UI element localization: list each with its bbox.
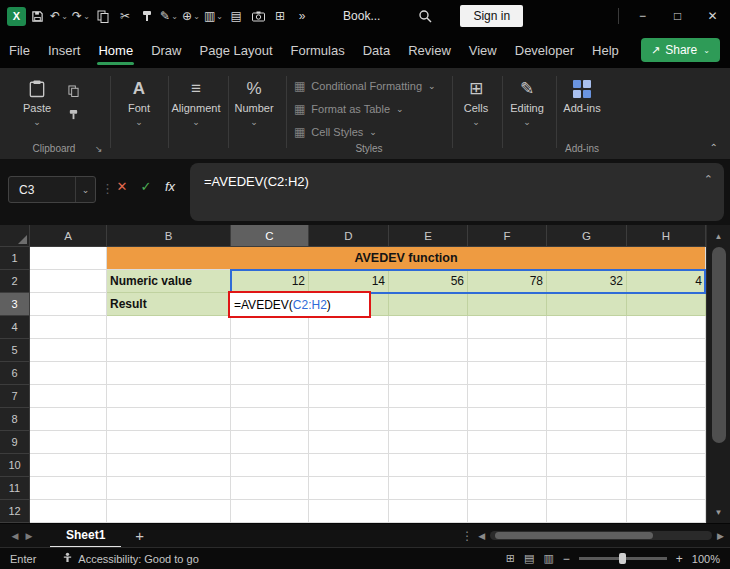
collapse-formula-bar-icon[interactable]: ⌃	[704, 173, 713, 186]
editing-group-button[interactable]: ✎ Editing ⌄	[503, 79, 551, 127]
zoom-in-icon[interactable]: +	[676, 552, 683, 566]
column-header-e[interactable]: E	[389, 225, 468, 247]
column-header-a[interactable]: A	[30, 225, 107, 247]
search-icon[interactable]	[414, 0, 436, 32]
copy-button[interactable]	[64, 82, 82, 100]
active-cell-editor[interactable]: =AVEDEV( C2:H2 )	[228, 291, 371, 318]
cell-c2[interactable]: 12	[231, 270, 309, 293]
maximize-button[interactable]: □	[660, 0, 695, 32]
select-all-button[interactable]	[0, 225, 30, 247]
tab-developer[interactable]: Developer	[506, 32, 583, 68]
cell-a3[interactable]	[30, 293, 107, 316]
next-sheet-icon[interactable]: ▶	[22, 531, 36, 541]
zoom-level[interactable]: 100%	[692, 553, 720, 565]
number-group-button[interactable]: % Number ⌄	[227, 79, 281, 127]
tab-data[interactable]: Data	[354, 32, 399, 68]
hscroll-right-icon[interactable]: ▶	[717, 531, 724, 541]
vertical-scrollbar-thumb[interactable]	[712, 247, 726, 443]
cell-e2[interactable]: 56	[389, 270, 468, 293]
row-header-12[interactable]: 12	[0, 500, 30, 523]
row-header-2[interactable]: 2	[0, 270, 30, 293]
cells-group-button[interactable]: ⊞ Cells ⌄	[454, 79, 498, 127]
row-header-8[interactable]: 8	[0, 408, 30, 431]
cell-f3[interactable]	[468, 293, 547, 316]
camera-icon[interactable]	[247, 0, 269, 32]
cell-a2[interactable]	[30, 270, 107, 293]
cell-b2[interactable]: Numeric value	[107, 270, 231, 293]
zoom-out-icon[interactable]: −	[563, 552, 570, 566]
normal-view-icon[interactable]: ⊞	[506, 552, 515, 565]
column-header-d[interactable]: D	[309, 225, 389, 247]
format-painter-icon[interactable]	[136, 0, 158, 32]
row-header-3[interactable]: 3	[0, 293, 30, 316]
previous-sheet-icon[interactable]: ◀	[8, 531, 22, 541]
table-icon[interactable]: ⊞	[269, 0, 291, 32]
horizontal-scrollbar-thumb[interactable]	[495, 532, 653, 539]
add-sheet-button[interactable]: +	[135, 527, 144, 544]
close-button[interactable]: ✕	[695, 0, 730, 32]
column-header-c[interactable]: C	[231, 225, 309, 247]
row-header-10[interactable]: 10	[0, 454, 30, 477]
column-header-h[interactable]: H	[627, 225, 706, 247]
cell-d2[interactable]: 14	[309, 270, 389, 293]
row-header-4[interactable]: 4	[0, 316, 30, 339]
cell-b3[interactable]: Result	[107, 293, 231, 316]
tab-page-layout[interactable]: Page Layout	[191, 32, 282, 68]
cut-icon[interactable]: ✂	[114, 0, 136, 32]
cancel-button[interactable]: ✕	[112, 179, 132, 194]
tab-help[interactable]: Help	[583, 32, 628, 68]
row-header-11[interactable]: 11	[0, 477, 30, 500]
copy-icon[interactable]	[92, 0, 114, 32]
cell-h3[interactable]	[627, 293, 706, 316]
hscroll-left-icon[interactable]: ◀	[478, 531, 485, 541]
scroll-up-icon[interactable]: ▲	[707, 227, 730, 245]
row-header-9[interactable]: 9	[0, 431, 30, 454]
page-break-view-icon[interactable]: ▥	[543, 552, 553, 565]
tab-formulas[interactable]: Formulas	[282, 32, 354, 68]
tab-insert[interactable]: Insert	[39, 32, 90, 68]
empty-cells-area[interactable]	[30, 316, 706, 523]
cell-b1-h1-merged-title[interactable]: AVEDEV function	[107, 247, 706, 270]
tab-draw[interactable]: Draw	[142, 32, 190, 68]
sheet-tab-sheet1[interactable]: Sheet1	[50, 524, 121, 548]
zoom-slider[interactable]	[579, 557, 667, 560]
alignment-group-button[interactable]: ≡ Alignment ⌄	[167, 79, 225, 127]
conditional-formatting-button[interactable]: ▦ Conditional Formatting ⌄	[294, 77, 436, 95]
enter-button[interactable]: ✓	[136, 179, 156, 194]
sheet-options-icon[interactable]: ⋮	[461, 529, 473, 543]
tab-view[interactable]: View	[460, 32, 506, 68]
accessibility-status[interactable]: Accessibility: Good to go	[62, 552, 198, 565]
redo-icon[interactable]: ↷⌄	[70, 0, 92, 32]
row-header-6[interactable]: 6	[0, 362, 30, 385]
chevron-down-icon[interactable]: ⌄	[75, 177, 95, 202]
insert-function-button[interactable]: fx	[160, 179, 180, 194]
addins-button[interactable]: Add-ins	[556, 79, 608, 114]
horizontal-scrollbar[interactable]	[490, 531, 712, 540]
cell-g2[interactable]: 32	[547, 270, 627, 293]
cell-f2[interactable]: 78	[468, 270, 547, 293]
cell-g3[interactable]	[547, 293, 627, 316]
save-icon[interactable]	[26, 0, 48, 32]
undo-icon[interactable]: ↶⌄	[48, 0, 70, 32]
paste-button[interactable]: Paste ⌄	[14, 79, 60, 127]
collapse-ribbon-icon[interactable]: ⌃	[710, 142, 718, 153]
cell-styles-button[interactable]: ▦ Cell Styles ⌄	[294, 123, 377, 141]
vertical-scrollbar[interactable]: ▲ ▼	[706, 225, 730, 523]
dialog-launcher-icon[interactable]: ↘	[95, 144, 103, 154]
more-commands-icon[interactable]: »	[291, 0, 313, 32]
minimize-button[interactable]: −	[625, 0, 660, 32]
share-button[interactable]: ↗ Share ⌄	[641, 38, 720, 62]
tab-file[interactable]: File	[0, 32, 39, 68]
scroll-down-icon[interactable]: ▼	[707, 503, 730, 521]
cell-a1[interactable]	[30, 247, 107, 270]
format-as-table-button[interactable]: ▦ Format as Table ⌄	[294, 100, 404, 118]
row-header-7[interactable]: 7	[0, 385, 30, 408]
cell-h2[interactable]: 4	[627, 270, 706, 293]
column-header-b[interactable]: B	[107, 225, 231, 247]
font-group-button[interactable]: A Font ⌄	[114, 79, 164, 127]
formula-input[interactable]: =AVEDEV(C2:H2) ⌃	[190, 163, 724, 221]
tab-review[interactable]: Review	[399, 32, 460, 68]
row-header-1[interactable]: 1	[0, 247, 30, 270]
cell-e3[interactable]	[389, 293, 468, 316]
document-icon[interactable]: ▤	[225, 0, 247, 32]
